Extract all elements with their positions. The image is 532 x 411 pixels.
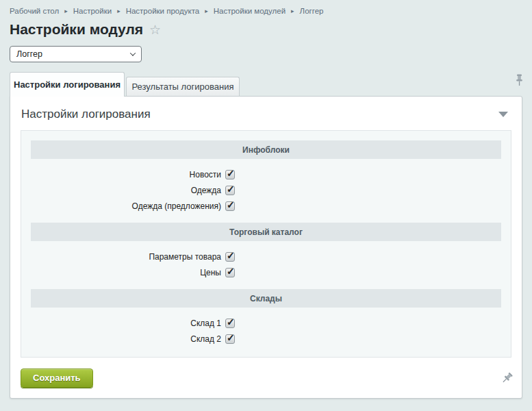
collapse-arrow-icon[interactable] [498,112,508,117]
module-select[interactable]: Логгер [10,46,142,62]
section-header-catalog: Торговый каталог [31,223,501,241]
section-rows: Параметры товара Цены [31,249,501,281]
breadcrumb-link-module-settings[interactable]: Настройки модулей [214,7,286,15]
section-rows: Новости Одежда Одежда (предложения) [31,167,501,214]
row-checkbox[interactable] [225,186,235,195]
row-checkbox[interactable] [225,252,235,262]
checkbox-row: Новости [31,167,501,183]
tab-log-settings[interactable]: Настройки логирования [10,72,125,97]
section-header-warehouses: Склады [31,289,501,308]
page-background: { "breadcrumb": { "separator": "▸", "ite… [0,0,532,411]
favorite-star-icon[interactable]: ☆ [149,23,161,36]
breadcrumb-arrow-icon: ▸ [64,8,68,14]
breadcrumb-arrow-icon: ▸ [291,8,294,14]
settings-panel: Настройки логирования Инфоблоки Новости … [10,96,522,399]
row-checkbox[interactable] [225,170,235,179]
row-label: Одежда [31,186,221,195]
checkbox-row: Склад 2 [31,332,501,347]
tab-bar: Настройки логирования Результаты логиров… [10,71,522,96]
breadcrumb-link-desktop[interactable]: Рабочий стол [10,7,59,15]
breadcrumb-arrow-icon: ▸ [117,8,121,14]
breadcrumb: Рабочий стол ▸ Настройки ▸ Настройки про… [10,0,522,15]
checkbox-row: Склад 1 [31,316,501,332]
checkbox-row: Параметры товара [31,249,501,265]
checkbox-row: Одежда (предложения) [31,199,501,214]
panel-footer: Сохранить [10,358,522,398]
module-select-value: Логгер [16,49,42,59]
page-title: Настройки модуля [10,21,143,38]
breadcrumb-link-product-settings[interactable]: Настройки продукта [126,7,200,15]
section-rows: Склад 1 Склад 2 [31,316,501,347]
checkbox-row: Цены [31,265,501,281]
breadcrumb-link-settings[interactable]: Настройки [73,7,112,15]
panel-header: Настройки логирования [10,97,522,130]
row-checkbox[interactable] [225,201,235,211]
row-label: Склад 1 [31,319,221,328]
chevron-down-icon [130,50,136,55]
row-label: Новости [31,170,221,179]
row-label: Параметры товара [31,252,221,262]
row-checkbox[interactable] [225,334,235,344]
row-checkbox[interactable] [225,268,235,277]
form-area: Инфоблоки Новости Одежда Одежда (предлож… [21,130,511,358]
row-label: Склад 2 [31,334,221,344]
section-header-infoblocks: Инфоблоки [31,140,501,159]
breadcrumb-link-logger[interactable]: Логгер [300,7,324,15]
breadcrumb-arrow-icon: ▸ [205,8,208,14]
row-label: Цены [31,268,221,277]
pin-icon[interactable] [500,371,515,386]
panel-title: Настройки логирования [21,108,151,121]
row-checkbox[interactable] [225,319,235,328]
row-label: Одежда (предложения) [31,201,221,211]
checkbox-row: Одежда [31,183,501,199]
save-button[interactable]: Сохранить [21,369,93,388]
tab-log-results[interactable]: Результаты логирования [126,77,240,96]
